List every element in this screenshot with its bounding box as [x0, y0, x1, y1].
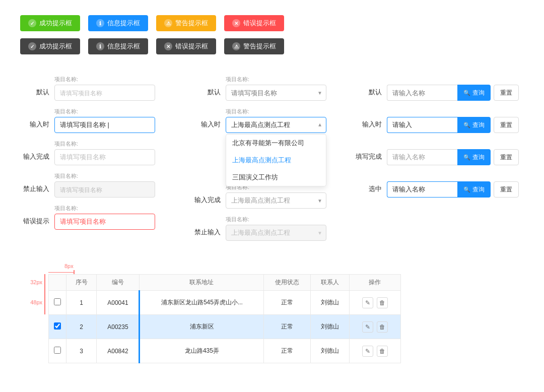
- delete-btn-1[interactable]: 🗑: [377, 297, 388, 308]
- reset-btn-filled[interactable]: 重置: [494, 149, 519, 165]
- table-cell-status-2: 正常: [264, 315, 311, 339]
- table-cell-code-1: A00041: [97, 291, 140, 315]
- success-icon: ✓: [28, 19, 36, 27]
- row-checkbox-3[interactable]: [54, 347, 61, 354]
- dark-info-icon: ℹ: [96, 42, 104, 50]
- field-label-1: 项目名称:: [54, 76, 171, 83]
- warning-icon: ⚠: [164, 19, 172, 27]
- search-btn-filled[interactable]: 🔍 查询: [457, 149, 491, 165]
- search-group-default: 🔍 查询 重置: [387, 85, 519, 101]
- dark-warning-icon: ⚠: [232, 42, 240, 50]
- info-icon: ℹ: [96, 19, 104, 27]
- table-cell-code-3: A00842: [97, 339, 140, 363]
- search-btn-default[interactable]: 🔍 查询: [457, 85, 491, 101]
- table-cell-contact-1: 刘德山: [311, 291, 349, 315]
- table-cell-action-3: ✎ 🗑: [349, 339, 401, 363]
- ruler-48px-label: 48px: [30, 299, 42, 305]
- search-input-filled[interactable]: [387, 149, 457, 165]
- select-active[interactable]: [226, 117, 326, 133]
- label-disabled-1: 禁止输入: [20, 172, 49, 193]
- select-default[interactable]: [226, 85, 326, 101]
- table-cell-check: [49, 291, 66, 315]
- search-input-selected[interactable]: [387, 181, 457, 198]
- field-label-4: 项目名称:: [54, 172, 171, 180]
- select-field-label-4: 项目名称:: [226, 216, 332, 223]
- delete-btn-3[interactable]: 🗑: [377, 346, 388, 357]
- dark-error-label: 错误提示框: [175, 42, 208, 51]
- input-filled[interactable]: [54, 149, 155, 165]
- dropdown-item-1[interactable]: 上海最高点测点工程: [226, 152, 326, 169]
- table-cell-contact-3: 刘德山: [311, 339, 349, 363]
- input-active[interactable]: [54, 117, 155, 133]
- dark-info-label: 信息提示框: [107, 42, 140, 51]
- edit-btn-3[interactable]: ✎: [362, 346, 373, 357]
- table-header-check: [49, 275, 66, 291]
- dropdown-item-0[interactable]: 北京有寻能第一有限公司: [226, 135, 326, 152]
- dark-success-label: 成功提示框: [39, 42, 72, 51]
- row-checkbox-2[interactable]: [54, 322, 61, 330]
- field-label-3: 项目名称:: [54, 140, 171, 148]
- label-filled-2: 输入完成: [191, 183, 221, 205]
- ruler-8px-label: 8px: [64, 263, 74, 269]
- dropdown-menu: 北京有寻能第一有限公司 上海最高点测点工程 三国演义工作坊: [226, 134, 326, 186]
- warning-alert-btn[interactable]: ⚠ 警告提示框: [156, 15, 216, 31]
- search-group-active: 🔍 查询 重置: [387, 117, 519, 133]
- field-label-2: 项目名称:: [54, 108, 171, 115]
- table-cell-address-3: 龙山路435弄: [140, 339, 264, 363]
- search-btn-selected[interactable]: 🔍 查询: [457, 181, 491, 198]
- reset-btn-selected[interactable]: 重置: [494, 181, 519, 198]
- success-label: 成功提示框: [39, 19, 72, 28]
- table-header-address: 联系地址: [140, 275, 264, 291]
- edit-btn-1[interactable]: ✎: [362, 297, 373, 308]
- reset-btn-active[interactable]: 重置: [494, 117, 519, 133]
- label-active-3: 输入时: [353, 108, 382, 129]
- select-filled[interactable]: [226, 192, 326, 209]
- search-input-active[interactable]: [387, 117, 457, 133]
- table-cell-status-3: 正常: [264, 339, 311, 363]
- reset-btn-default[interactable]: 重置: [494, 85, 519, 101]
- dark-info-btn[interactable]: ℹ 信息提示框: [88, 38, 148, 54]
- dark-warning-label: 警告提示框: [243, 42, 276, 51]
- input-disabled: [54, 181, 155, 198]
- input-default[interactable]: [54, 85, 155, 101]
- dark-success-icon: ✓: [28, 42, 36, 50]
- table-cell-code-2: A00235: [97, 315, 140, 339]
- table-row: 3 A00842 龙山路435弄 正常 刘德山 ✎ 🗑: [49, 339, 401, 363]
- search-input-default[interactable]: [387, 85, 457, 101]
- label-default-2: 默认: [191, 76, 221, 97]
- info-label: 信息提示框: [107, 19, 140, 28]
- label-filled-1: 输入完成: [20, 140, 49, 161]
- field-label-5: 项目名称:: [54, 205, 171, 212]
- ruler-32px-label: 32px: [30, 279, 42, 285]
- table-cell-check-2: [49, 315, 66, 339]
- dark-warning-btn[interactable]: ⚠ 警告提示框: [224, 38, 284, 54]
- table-cell-status-1: 正常: [264, 291, 311, 315]
- search-btn-active[interactable]: 🔍 查询: [457, 117, 491, 133]
- table-header-num: 序号: [66, 275, 97, 291]
- table-cell-contact-2: 刘德山: [311, 315, 349, 339]
- dark-success-btn[interactable]: ✓ 成功提示框: [20, 38, 80, 54]
- search-group-selected: 🔍 查询 重置: [387, 181, 519, 198]
- table-cell-num-3: 3: [66, 339, 97, 363]
- table-cell-check-3: [49, 339, 66, 363]
- table-header-action: 操作: [349, 275, 401, 291]
- table-row: 1 A00041 浦东新区龙山路545弄虎山小... 正常 刘德山 ✎ 🗑: [49, 291, 401, 315]
- success-alert-btn[interactable]: ✓ 成功提示框: [20, 15, 80, 31]
- label-default-3: 默认: [353, 76, 382, 97]
- label-selected-3: 选中: [353, 172, 382, 193]
- dropdown-item-2[interactable]: 三国演义工作坊: [226, 169, 326, 186]
- label-filled-3: 填写完成: [353, 140, 382, 161]
- table-cell-address-1: 浦东新区龙山路545弄虎山小...: [140, 291, 264, 315]
- select-disabled: [226, 225, 326, 241]
- error-alert-btn[interactable]: ✕ 错误提示框: [224, 15, 284, 31]
- info-alert-btn[interactable]: ℹ 信息提示框: [88, 15, 148, 31]
- table-header-contact: 联系人: [311, 275, 349, 291]
- input-error[interactable]: [54, 214, 155, 230]
- row-checkbox-1[interactable]: [54, 298, 61, 305]
- delete-btn-2[interactable]: 🗑: [377, 321, 388, 333]
- warning-label: 警告提示框: [175, 19, 208, 28]
- dark-error-btn[interactable]: ✕ 错误提示框: [156, 38, 216, 54]
- table-cell-num-2: 2: [66, 315, 97, 339]
- edit-btn-2[interactable]: ✎: [362, 321, 373, 333]
- search-group-filled: 🔍 查询 重置: [387, 149, 519, 165]
